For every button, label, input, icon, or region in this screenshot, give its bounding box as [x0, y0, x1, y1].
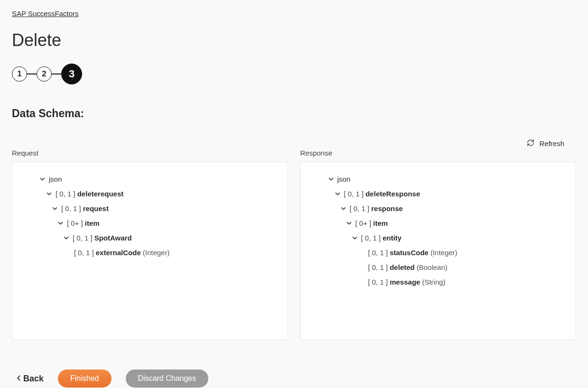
- node-name: externalCode: [96, 248, 141, 258]
- tree-node[interactable]: [ 0+ ] item: [24, 216, 278, 231]
- refresh-label: Refresh: [539, 139, 564, 148]
- response-panel: json [ 0, 1 ] deleteResponse [ 0, 1 ] re…: [300, 162, 577, 340]
- node-type: (Integer): [143, 248, 170, 258]
- response-label: Response: [300, 149, 577, 157]
- chevron-down-icon: [352, 235, 357, 240]
- node-name: request: [83, 203, 109, 213]
- tree-node[interactable]: [ 0, 1 ] SpotAward: [24, 231, 278, 245]
- tree-node-root[interactable]: json: [312, 172, 567, 186]
- node-type: (Integer): [430, 248, 457, 258]
- cardinality: [ 0, 1 ]: [350, 203, 370, 213]
- cardinality: [ 0, 1 ]: [368, 262, 388, 272]
- node-name: deleterequest: [77, 189, 124, 199]
- cardinality: [ 0, 1 ]: [361, 233, 381, 243]
- tree-node-label: json: [337, 174, 351, 184]
- tree-leaf[interactable]: [ 0, 1 ] message (String): [312, 275, 567, 289]
- tree-leaf[interactable]: [ 0, 1 ] deleted (Boolean): [312, 260, 567, 275]
- stepper: 1 2 3: [12, 64, 576, 84]
- chevron-down-icon: [341, 206, 346, 211]
- tree-node[interactable]: [ 0, 1 ] deleteResponse: [312, 186, 567, 201]
- refresh-icon: [527, 139, 534, 148]
- step-connector: [27, 74, 37, 74]
- node-name: deleteResponse: [365, 189, 420, 199]
- node-name: item: [373, 218, 388, 228]
- back-button[interactable]: Back: [12, 374, 44, 384]
- cardinality: [ 0+ ]: [67, 218, 83, 228]
- cardinality: [ 0, 1 ]: [61, 203, 81, 213]
- breadcrumb-link[interactable]: SAP SuccessFactors: [12, 9, 79, 18]
- tree-leaf[interactable]: [ 0, 1 ] externalCode (Integer): [24, 245, 278, 260]
- step-connector: [52, 74, 61, 74]
- cardinality: [ 0, 1 ]: [56, 189, 75, 199]
- chevron-left-icon: [17, 374, 21, 384]
- cardinality: [ 0, 1 ]: [368, 277, 388, 287]
- back-label: Back: [23, 374, 44, 384]
- request-panel: json [ 0, 1 ] deleterequest [ 0, 1 ] req…: [12, 162, 288, 340]
- chevron-down-icon: [335, 191, 340, 196]
- request-label: Request: [12, 149, 288, 157]
- cardinality: [ 0+ ]: [355, 218, 372, 228]
- cardinality: [ 0, 1 ]: [73, 233, 93, 243]
- chevron-down-icon: [58, 221, 63, 226]
- tree-leaf[interactable]: [ 0, 1 ] statusCode (Integer): [312, 245, 567, 260]
- step-3[interactable]: 3: [61, 64, 82, 84]
- tree-node[interactable]: [ 0, 1 ] deleterequest: [24, 186, 278, 201]
- chevron-down-icon: [346, 221, 352, 226]
- cardinality: [ 0, 1 ]: [74, 248, 94, 258]
- tree-node[interactable]: [ 0, 1 ] response: [312, 201, 567, 216]
- node-name: response: [371, 203, 403, 213]
- chevron-down-icon: [328, 176, 334, 182]
- finished-button[interactable]: Finished: [58, 370, 111, 388]
- node-name: entity: [383, 233, 401, 243]
- node-name: statusCode: [390, 248, 429, 258]
- section-title: Data Schema:: [12, 107, 576, 120]
- cardinality: [ 0, 1 ]: [368, 248, 388, 258]
- refresh-button[interactable]: Refresh: [12, 139, 576, 148]
- chevron-down-icon: [64, 235, 69, 240]
- tree-node-label: json: [49, 174, 62, 184]
- footer-actions: Back Finished Discard Changes: [12, 370, 576, 388]
- step-2[interactable]: 2: [37, 66, 52, 82]
- tree-node[interactable]: [ 0, 1 ] request: [24, 201, 278, 216]
- chevron-down-icon: [40, 176, 45, 182]
- chevron-down-icon: [47, 191, 52, 196]
- step-1[interactable]: 1: [12, 66, 27, 82]
- tree-node-root[interactable]: json: [24, 172, 278, 186]
- page-title: Delete: [12, 30, 576, 50]
- node-type: (String): [422, 277, 445, 287]
- discard-changes-button[interactable]: Discard Changes: [126, 370, 209, 388]
- tree-node[interactable]: [ 0+ ] item: [312, 216, 567, 231]
- node-name: SpotAward: [94, 233, 132, 243]
- chevron-down-icon: [52, 206, 57, 211]
- node-name: deleted: [390, 262, 415, 272]
- node-name: message: [390, 277, 420, 287]
- node-name: item: [85, 218, 100, 228]
- tree-node[interactable]: [ 0, 1 ] entity: [312, 231, 567, 245]
- node-type: (Boolean): [417, 262, 448, 272]
- cardinality: [ 0, 1 ]: [344, 189, 364, 199]
